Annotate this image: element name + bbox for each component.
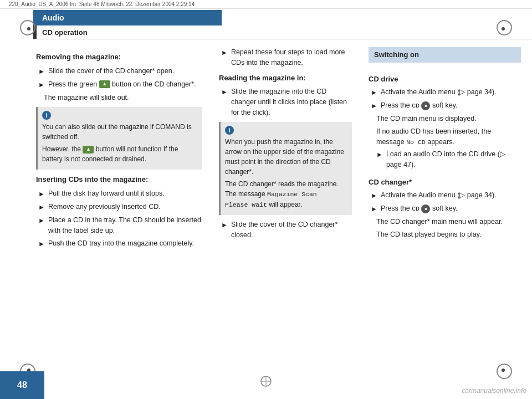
bullet-remove-1: ► Slide the cover of the CD changer* ope… <box>38 66 202 76</box>
bullet-text: Remove any previously inserted CD. <box>48 202 202 212</box>
slide-out-note: The magazine will slide out. <box>44 93 202 103</box>
cd-operation-bar: CD operation <box>40 26 96 39</box>
bottom-crosshair <box>260 375 272 389</box>
cd-changer-note-2: The CD last played begins to play. <box>376 229 521 240</box>
page-wrapper: 220_Audio_US_A_2006.fm Seite 48 Mittwoch… <box>0 0 532 399</box>
cd-drive-note-2: If no audio CD has been inserted, the me… <box>376 126 521 147</box>
cd-changer-bullet-2: ► Press the CD ● soft key. <box>371 203 521 214</box>
bullet-text: Press the CD ● soft key. <box>381 100 521 111</box>
right-column: Switching on CD drive ► Activate the Aud… <box>369 47 521 252</box>
bullet-arrow-icon: ► <box>38 189 45 199</box>
bullet-arrow-icon: ► <box>38 239 45 249</box>
top-meta: 220_Audio_US_A_2006.fm Seite 48 Mittwoch… <box>0 0 532 9</box>
bullet-arrow-icon: ► <box>371 191 377 201</box>
bullet-more: ► Repeat these four steps to load more C… <box>221 47 352 68</box>
bullet-arrow-icon: ► <box>371 204 377 214</box>
bullet-text: Push the CD tray into the magazine compl… <box>48 238 202 249</box>
bullet-arrow-icon: ► <box>221 48 228 58</box>
reading-heading: Reading the magazine in: <box>219 73 352 84</box>
bullet-remove-2: ► Press the green button on the CD chang… <box>38 79 202 90</box>
info-box-2: i When you push the magazine in, the arr… <box>219 122 352 215</box>
bullet-arrow-icon: ► <box>221 220 228 230</box>
green-button-icon <box>99 80 110 88</box>
info-box-1: i You can also slide out the magazine if… <box>36 107 202 170</box>
cd-changer-note-1: The CD changer* main menu will appear. <box>376 217 521 227</box>
bullet-arrow-icon: ► <box>38 66 45 76</box>
middle-column: ► Repeat these four steps to load more C… <box>219 47 352 252</box>
bullet-insert-3: ► Place a CD in the tray. The CD should … <box>38 215 202 236</box>
cd-drive-title: CD drive <box>369 74 521 85</box>
info-icon2: i <box>225 126 234 135</box>
bullet-text: Slide the magazine into the CD changer u… <box>231 86 352 117</box>
cd-changer-bullet-1: ► Activate the Audio menu (▷ page 34). <box>371 190 521 201</box>
audio-title-bar: Audio <box>33 10 222 25</box>
page-number-box: 48 <box>0 371 44 399</box>
corner-dot-br <box>502 369 505 372</box>
info-note-2: However, the button will not function If… <box>42 144 198 164</box>
bullet-text: Press the green button on the CD changer… <box>48 79 202 90</box>
bullet-text: Slide the cover of the CD changer* close… <box>231 219 352 241</box>
corner-dot-tr <box>502 27 505 30</box>
info-note-3: When you push the magazine in, the arrow… <box>225 137 347 177</box>
bullet-text: Place a CD in the tray. The CD should be… <box>48 215 202 236</box>
bullet-insert-4: ► Push the CD tray into the magazine com… <box>38 238 202 249</box>
bullet-text: Slide the cover of the CD changer* open. <box>48 66 202 76</box>
switching-on-box: Switching on <box>369 47 521 63</box>
cd-drive-bullet-2: ► Press the CD ● soft key. <box>371 100 521 111</box>
bullet-text: Activate the Audio menu (▷ page 34). <box>381 190 521 201</box>
cd-button-icon: ● <box>421 101 430 110</box>
info-note-1: You can also slide out the magazine if C… <box>42 122 198 142</box>
bullet-arrow-icon: ► <box>376 150 383 160</box>
bullet-arrow-icon: ► <box>38 216 45 226</box>
bullet-text: Press the CD ● soft key. <box>381 203 521 214</box>
cd-drive-bullet-1: ► Activate the Audio menu (▷ page 34). <box>371 87 521 98</box>
header-block: Audio CD operation <box>0 10 532 42</box>
bullet-insert-2: ► Remove any previously inserted CD. <box>38 202 202 212</box>
content-area: Removing the magazine: ► Slide the cover… <box>0 42 532 257</box>
cd-drive-note-3: ► Load an audio CD into the CD drive (▷ … <box>376 149 521 170</box>
bullet-text: Activate the Audio menu (▷ page 34). <box>381 87 521 98</box>
bullet-insert-1: ► Pull the disk tray forward until it st… <box>38 188 202 199</box>
watermark: carmanualsonline.info <box>462 387 526 395</box>
bullet-text: Repeat these four steps to load more CDs… <box>231 47 352 68</box>
info-icon: i <box>42 111 51 120</box>
bullet-close: ► Slide the cover of the CD changer* clo… <box>221 219 352 241</box>
cd-changer-title: CD changer* <box>369 177 521 188</box>
bullet-arrow-icon: ► <box>371 88 377 98</box>
bullet-reading-1: ► Slide the magazine into the CD changer… <box>221 86 352 117</box>
green-button-icon2 <box>83 146 94 154</box>
cd-button-icon2: ● <box>421 204 430 213</box>
bullet-arrow-icon: ► <box>38 80 45 90</box>
info-note-4: The CD changer* reads the magazine. The … <box>225 179 347 209</box>
left-column: Removing the magazine: ► Slide the cover… <box>36 47 202 252</box>
bullet-arrow-icon: ► <box>371 101 377 111</box>
remove-heading: Removing the magazine: <box>36 52 202 63</box>
bullet-text: Pull the disk tray forward until it stop… <box>48 188 202 199</box>
bullet-text: Load an audio CD into the CD drive (▷ pa… <box>386 149 521 170</box>
insert-heading: Inserting CDs into the magazine: <box>36 174 202 185</box>
cd-drive-note-1: The CD main menu is displayed. <box>376 114 521 124</box>
corner-dot-tl <box>27 27 30 30</box>
bullet-arrow-icon: ► <box>221 87 228 97</box>
bullet-arrow-icon: ► <box>38 202 45 212</box>
